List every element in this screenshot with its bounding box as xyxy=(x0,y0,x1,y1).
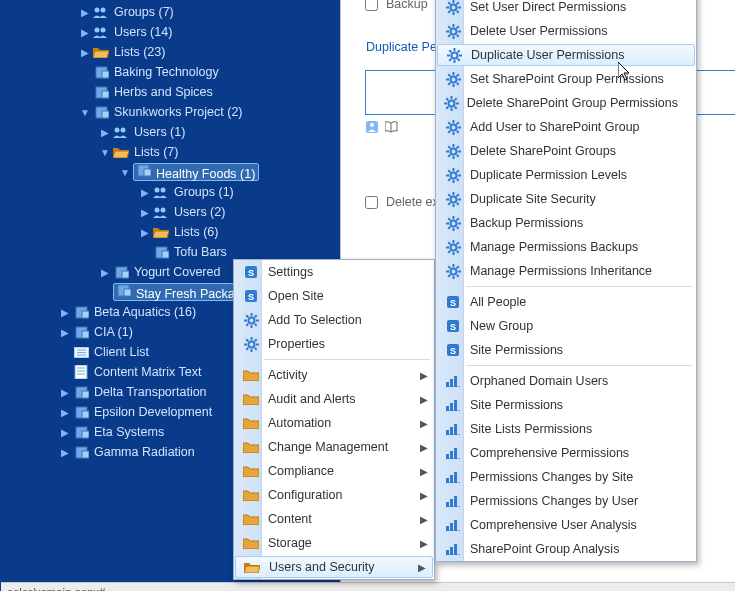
tree-label: Eta Systems xyxy=(94,425,164,439)
menu-item[interactable]: Settings xyxy=(234,260,434,284)
menu-item[interactable]: SharePoint Group Analysis xyxy=(436,537,696,561)
sp-icon xyxy=(442,293,464,311)
menu-item-label: Open Site xyxy=(268,289,434,303)
tree-row[interactable]: Herbs and Spices xyxy=(0,82,350,102)
caret-icon: ▼ xyxy=(100,147,110,158)
gear-icon xyxy=(442,238,464,256)
person-icon[interactable] xyxy=(365,120,379,137)
delete-checkbox[interactable] xyxy=(365,196,378,209)
menu-item-label: Delete User Permissions xyxy=(470,24,696,38)
tree-row[interactable]: ▶Users (14) xyxy=(0,22,350,42)
chart-icon xyxy=(442,540,464,558)
menu-item[interactable]: Duplicate User Permissions xyxy=(437,44,695,66)
tree-row[interactable]: Baking Technology xyxy=(0,62,350,82)
tree-row[interactable]: ▼Skunkworks Project (2) xyxy=(0,102,350,122)
tree-row[interactable]: ▶Groups (1) xyxy=(0,182,350,202)
menu-item[interactable]: Compliance▶ xyxy=(234,459,434,483)
menu-item[interactable]: Delete SharePoint Group Permissions xyxy=(436,91,696,115)
tree-row[interactable]: ▶Users (2) xyxy=(0,202,350,222)
caret-icon: ▶ xyxy=(80,7,90,18)
menu-item[interactable]: New Group xyxy=(436,314,696,338)
tree-label: Herbs and Spices xyxy=(114,85,213,99)
duplicate-label: Duplicate Pe xyxy=(366,40,437,54)
menu-item[interactable]: Duplicate Site Security xyxy=(436,187,696,211)
menu-item[interactable]: Storage▶ xyxy=(234,531,434,555)
tree-label: Groups (1) xyxy=(174,185,234,199)
folder-icon xyxy=(240,438,262,456)
menu-item[interactable]: Delete SharePoint Groups xyxy=(436,139,696,163)
folder-open-icon xyxy=(113,145,129,159)
gear-icon xyxy=(442,70,464,88)
menu-item-label: Site Permissions xyxy=(470,343,696,357)
menu-item[interactable]: Add User to SharePoint Group xyxy=(436,115,696,139)
menu-item[interactable]: Add To Selection xyxy=(234,308,434,332)
menu-item[interactable]: Comprehensive Permissions xyxy=(436,441,696,465)
backup-checkbox[interactable] xyxy=(365,0,378,11)
menu-item-label: Delete SharePoint Groups xyxy=(470,144,696,158)
menu-item-label: Backup Permissions xyxy=(470,216,696,230)
menu-item[interactable]: Delete User Permissions xyxy=(436,19,696,43)
menu-item[interactable]: Set SharePoint Group Permissions xyxy=(436,67,696,91)
menu-item[interactable]: Site Permissions xyxy=(436,338,696,362)
menu-item[interactable]: Permissions Changes by Site xyxy=(436,465,696,489)
menu-item[interactable]: Backup Permissions xyxy=(436,211,696,235)
menu-item[interactable]: Open Site xyxy=(234,284,434,308)
tree-label: Content Matrix Text xyxy=(94,365,201,379)
chart-icon xyxy=(442,396,464,414)
menu-item[interactable]: Comprehensive User Analysis xyxy=(436,513,696,537)
book-icon[interactable] xyxy=(385,120,399,137)
chevron-right-icon: ▶ xyxy=(420,442,428,453)
menu-item[interactable]: Duplicate Permission Levels xyxy=(436,163,696,187)
sp-icon xyxy=(240,287,262,305)
menu-item[interactable]: Users and Security▶ xyxy=(235,556,433,578)
menu-item-label: Compliance xyxy=(268,464,434,478)
chart-icon xyxy=(442,516,464,534)
menu-item[interactable]: Manage Permissions Backups xyxy=(436,235,696,259)
menu-item[interactable]: All People xyxy=(436,290,696,314)
people-icon xyxy=(113,125,129,139)
menu-item[interactable]: Site Permissions xyxy=(436,393,696,417)
tree-row[interactable]: ▶Lists (6) xyxy=(0,222,350,242)
menu-item[interactable]: Configuration▶ xyxy=(234,483,434,507)
menu-item[interactable]: Set User Direct Permissions xyxy=(436,0,696,19)
caret-icon: ▶ xyxy=(140,207,150,218)
menu-item[interactable]: Change Management▶ xyxy=(234,435,434,459)
caret-icon: ▶ xyxy=(60,447,70,458)
gear-icon xyxy=(442,166,464,184)
site-icon xyxy=(73,445,89,459)
folder-icon xyxy=(240,486,262,504)
menu-item-label: Users and Security xyxy=(269,560,432,574)
tree-label: Gamma Radiation xyxy=(94,445,195,459)
tree-row[interactable]: ▶Lists (23) xyxy=(0,42,350,62)
tree-row[interactable]: ▼Lists (7) xyxy=(0,142,350,162)
menu-item[interactable]: Properties xyxy=(234,332,434,356)
tree-row[interactable]: ▶Users (1) xyxy=(0,122,350,142)
caret-icon: ▼ xyxy=(80,107,90,118)
menu-item[interactable]: Site Lists Permissions xyxy=(436,417,696,441)
tree-label: Baking Technology xyxy=(114,65,219,79)
tree-label: Epsilon Development xyxy=(94,405,212,419)
menu-item[interactable]: Permissions Changes by User xyxy=(436,489,696,513)
menu-item[interactable]: Orphaned Domain Users xyxy=(436,369,696,393)
menu-item-label: Duplicate Site Security xyxy=(470,192,696,206)
tree-row[interactable]: ▶Groups (7) xyxy=(0,2,350,22)
tree-label: Healthy Foods (1) xyxy=(133,163,259,182)
delete-label: Delete ex xyxy=(386,195,439,209)
menu-item[interactable]: Content▶ xyxy=(234,507,434,531)
menu-item[interactable]: Automation▶ xyxy=(234,411,434,435)
caret-icon: ▶ xyxy=(140,187,150,198)
tree-label: Users (14) xyxy=(114,25,172,39)
menu-item[interactable]: Manage Permissions Inheritance xyxy=(436,259,696,283)
menu-item-label: Site Lists Permissions xyxy=(470,422,696,436)
caret-icon: ▶ xyxy=(140,227,150,238)
text-icon xyxy=(73,365,89,379)
menu-item[interactable]: Audit and Alerts▶ xyxy=(234,387,434,411)
chevron-right-icon: ▶ xyxy=(420,370,428,381)
chevron-right-icon: ▶ xyxy=(420,466,428,477)
gear-icon xyxy=(240,311,262,329)
gear-icon xyxy=(442,22,464,40)
menu-item[interactable]: Activity▶ xyxy=(234,363,434,387)
menu-item-label: All People xyxy=(470,295,696,309)
sp-icon xyxy=(240,263,262,281)
tree-row[interactable]: ▼Healthy Foods (1) xyxy=(0,162,350,182)
